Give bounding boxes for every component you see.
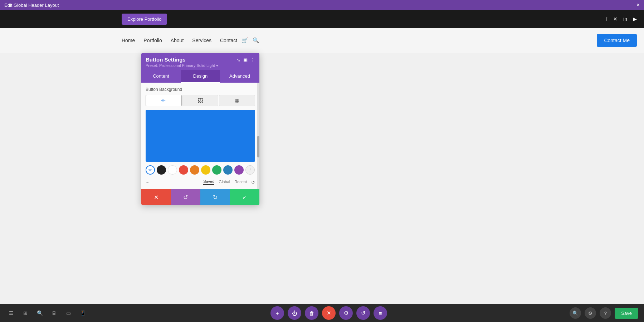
bottom-center-icons: + ⏻ 🗑 ✕ ⚙ ↺ ≡ — [270, 306, 387, 320]
color-tab-recent[interactable]: Recent — [234, 180, 247, 185]
panel-confirm-button[interactable]: ✓ — [230, 189, 260, 205]
panel-title: Button Settings — [146, 57, 218, 63]
bottom-menu-icon[interactable]: ☰ — [6, 308, 16, 318]
linkedin-icon[interactable]: in — [623, 16, 627, 22]
nav-about[interactable]: About — [171, 38, 184, 43]
bottom-settings-button[interactable]: ⚙ — [339, 306, 353, 320]
panel-actions: ✕ ↺ ↻ ✓ — [141, 189, 259, 205]
nav-contact[interactable]: Contact — [220, 38, 237, 43]
panel-layout-icon[interactable]: ▣ — [243, 57, 248, 63]
bg-type-gradient-btn[interactable]: ▦ — [219, 95, 255, 106]
contact-me-button[interactable]: Contact Me — [597, 34, 637, 47]
swatch-black[interactable] — [157, 165, 166, 175]
search-nav-icon[interactable]: 🔍 — [253, 37, 259, 44]
bottom-search-icon[interactable]: 🔍 — [34, 308, 45, 318]
cart-icon[interactable]: 🛒 — [241, 37, 248, 44]
nav-home[interactable]: Home — [122, 38, 135, 43]
panel-tabs: Content Design Advanced — [141, 70, 259, 83]
panel-expand-icon[interactable]: ⤡ — [236, 57, 240, 63]
bottom-right-icons: 🔍 ⚙ ? Save — [570, 307, 638, 319]
bottom-mobile-icon[interactable]: 📱 — [77, 308, 88, 318]
tab-design[interactable]: Design — [181, 70, 220, 83]
color-swatches: ✏ / — [146, 165, 255, 175]
bottom-history-button[interactable]: ↺ — [356, 306, 370, 320]
nav-extra-icons: 🛒 🔍 — [241, 37, 259, 44]
bottom-right-search-icon[interactable]: 🔍 — [570, 307, 581, 319]
bottom-grid-icon[interactable]: ⊞ — [20, 308, 31, 318]
dropper-btn[interactable]: / — [245, 165, 255, 175]
editor-close-button[interactable]: × — [636, 2, 640, 8]
preview-area: Explore Portfolio f ✕ in ▶ Home Portfoli… — [0, 10, 644, 304]
tab-advanced[interactable]: Advanced — [220, 70, 259, 83]
swatch-white[interactable] — [168, 165, 177, 175]
save-button[interactable]: Save — [615, 308, 638, 319]
facebook-icon[interactable]: f — [606, 16, 608, 22]
bottom-right-settings-icon[interactable]: ⚙ — [585, 307, 596, 319]
section-label-bg: Button Background — [146, 87, 255, 92]
button-settings-panel: Button Settings Preset: Professional Pri… — [141, 53, 259, 205]
panel-body: Button Background ✏ 🖼 ▦ ✏ / — [141, 83, 259, 189]
bottom-right-help-icon[interactable]: ? — [600, 307, 611, 319]
bottom-toolbar: ☰ ⊞ 🔍 🖥 ▭ 📱 + ⏻ 🗑 ✕ ⚙ ↺ ≡ 🔍 ⚙ ? Save — [0, 304, 644, 322]
tab-content[interactable]: Content — [141, 70, 181, 83]
header-topbar: Explore Portfolio f ✕ in ▶ — [0, 10, 644, 28]
panel-redo-button[interactable]: ↻ — [200, 189, 230, 205]
bg-type-row: ✏ 🖼 ▦ — [146, 95, 255, 106]
swatch-purple[interactable] — [234, 165, 244, 175]
swatch-red[interactable] — [179, 165, 188, 175]
social-icons-group: f ✕ in ▶ — [606, 16, 637, 22]
swatch-green[interactable] — [212, 165, 221, 175]
panel-undo-button[interactable]: ↺ — [171, 189, 201, 205]
bg-type-image-btn[interactable]: 🖼 — [182, 95, 219, 106]
swatch-yellow[interactable] — [201, 165, 210, 175]
bottom-close-button[interactable]: ✕ — [322, 306, 336, 320]
editor-title: Edit Global Header Layout — [4, 3, 59, 8]
nav-services[interactable]: Services — [192, 38, 211, 43]
color-tab-saved[interactable]: Saved — [203, 179, 214, 185]
panel-header-icons: ⤡ ▣ ⋮ — [236, 57, 255, 63]
twitter-x-icon[interactable]: ✕ — [613, 16, 618, 22]
panel-preset[interactable]: Preset: Professional Primary Solid Light… — [146, 63, 218, 68]
panel-scrollbar[interactable] — [257, 83, 259, 189]
eyedropper-swatch[interactable]: ✏ — [146, 165, 155, 175]
swatch-orange[interactable] — [190, 165, 199, 175]
panel-scrollbar-thumb — [257, 136, 259, 157]
nav-links: Home Portfolio About Services Contact — [122, 38, 237, 43]
nav-portfolio[interactable]: Portfolio — [143, 38, 162, 43]
header-nav: Home Portfolio About Services Contact 🛒 … — [0, 28, 644, 53]
bg-type-color-btn[interactable]: ✏ — [146, 95, 182, 106]
panel-cancel-button[interactable]: ✕ — [141, 189, 171, 205]
bottom-power-button[interactable]: ⏻ — [288, 306, 301, 320]
bottom-layers-button[interactable]: ≡ — [374, 306, 387, 320]
bottom-add-button[interactable]: + — [270, 306, 284, 320]
swatch-blue[interactable] — [223, 165, 233, 175]
panel-header: Button Settings Preset: Professional Pri… — [141, 53, 259, 70]
bottom-tablet-icon[interactable]: ▭ — [63, 308, 74, 318]
panel-more-icon[interactable]: ⋮ — [250, 57, 255, 63]
bottom-desktop-icon[interactable]: 🖥 — [49, 308, 59, 318]
color-tabs-row: ··· Saved Global Recent ↺ — [146, 177, 255, 185]
color-refresh-icon[interactable]: ↺ — [251, 180, 255, 185]
bottom-left-icons: ☰ ⊞ 🔍 🖥 ▭ 📱 — [6, 308, 88, 318]
color-preview-box[interactable] — [146, 110, 255, 162]
editor-topbar: Edit Global Header Layout × — [0, 0, 644, 10]
explore-portfolio-button[interactable]: Explore Portfolio — [122, 14, 167, 25]
color-more-icon[interactable]: ··· — [146, 180, 150, 185]
bottom-trash-button[interactable]: 🗑 — [305, 306, 318, 320]
color-tab-global[interactable]: Global — [219, 180, 230, 185]
youtube-icon[interactable]: ▶ — [633, 16, 637, 22]
